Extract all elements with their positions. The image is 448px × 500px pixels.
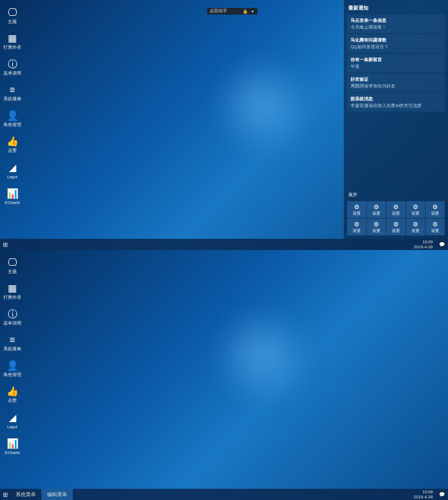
chevron-down-icon[interactable]: ▾ [250, 8, 255, 14]
sidebar-item-2[interactable]: ⓘ 基本说明 [0, 305, 25, 331]
notif-item[interactable]: 你有一条新留言 午道 [347, 54, 445, 72]
taskbar-tab[interactable]: 系统菜单 [10, 489, 41, 500]
quick-setting[interactable]: ⚙设置 [426, 201, 445, 218]
widget-title: 桌面助手 [209, 8, 227, 14]
chat-icon[interactable]: 💬 [436, 492, 448, 497]
sidebar-item-5[interactable]: 👍 点赞 [0, 382, 25, 408]
gear-icon: ⚙ [393, 203, 399, 211]
sidebar-item-4[interactable]: 👤 角色管理 [0, 107, 25, 132]
notif-item[interactable]: 马化腾有问题请教 QQ如何发送语音？ [347, 34, 445, 53]
sidebar-item-1[interactable]: ▦ 打赏作者 [0, 279, 25, 305]
gear-icon: ⚙ [374, 203, 379, 211]
sidebar-item-3[interactable]: ≡ 系统菜单 [0, 331, 25, 357]
start-button[interactable]: ⊞ [0, 489, 10, 499]
sidebar-item-4[interactable]: 👤 角色管理 [0, 357, 25, 382]
quick-setting[interactable]: ⚙设置 [347, 201, 366, 218]
taskbar: ⊞ 系统菜单 编辑菜单 10:092018-4-28 💬 [0, 489, 448, 500]
sidebar-item-0[interactable]: 🖵 主题 [0, 3, 25, 29]
quick-setting[interactable]: ⚙设置 [406, 201, 425, 218]
gear-icon: ⚙ [354, 221, 360, 228]
expand-button[interactable]: 展开 [347, 190, 445, 200]
sidebar-item-5[interactable]: 👍 点赞 [0, 132, 25, 158]
sidebar: 🖵 主题 ▦ 打赏作者 ⓘ 基本说明 ≡ 系统菜单 👤 角色管理 👍 点赞 ◢ … [0, 250, 25, 489]
clock: 10:092018-4-28 [414, 489, 436, 499]
gear-icon: ⚙ [374, 221, 379, 228]
notif-item[interactable]: 群系统消息 李彦宏邀请你加入百度AI技术交流群 [347, 93, 445, 112]
lock-icon[interactable]: 🔒 [242, 8, 248, 14]
gear-icon: ⚙ [432, 203, 438, 211]
notif-item[interactable]: 好友验证 周围国请求加你为好友 [347, 73, 445, 92]
gear-icon: ⚙ [354, 203, 360, 211]
quick-setting[interactable]: ⚙设置 [406, 219, 425, 235]
sidebar-item-3[interactable]: ≡ 系统菜单 [0, 81, 25, 107]
taskbar-tab[interactable]: 编辑菜单 [41, 489, 73, 500]
quick-setting[interactable]: ⚙设置 [367, 201, 386, 218]
clock: 10:092018-4-28 [414, 239, 436, 249]
sidebar-item-0[interactable]: 🖵 主题 [0, 253, 25, 279]
gear-icon: ⚙ [413, 221, 418, 228]
sidebar: 🖵 主题 ▦ 打赏作者 ⓘ 基本说明 ≡ 系统菜单 👤 角色管理 👍 点赞 ◢ … [0, 0, 25, 239]
quick-setting[interactable]: ⚙设置 [386, 201, 405, 218]
taskbar: ⊞ 10:092018-4-28 💬 [0, 239, 448, 250]
sidebar-item-2[interactable]: ⓘ 基本说明 [0, 55, 25, 81]
notif-item[interactable]: 马云发来一条信息 今天晚上我请客！ [347, 15, 445, 33]
sidebar-item-1[interactable]: ▦ 打赏作者 [0, 29, 25, 55]
gear-icon: ⚙ [393, 221, 399, 228]
notif-header: 最新通知 [347, 3, 445, 13]
notification-panel: 最新通知 马云发来一条信息 今天晚上我请客！ 马化腾有问题请教 QQ如何发送语音… [344, 0, 448, 239]
sidebar-item-7[interactable]: 📊 ECharts [0, 184, 25, 210]
quick-setting[interactable]: ⚙设置 [347, 219, 366, 235]
gear-icon: ⚙ [432, 221, 438, 228]
quick-setting[interactable]: ⚙设置 [426, 219, 445, 235]
sidebar-item-6[interactable]: ◢ Layui [0, 158, 25, 184]
quick-setting[interactable]: ⚙设置 [386, 219, 405, 235]
start-button[interactable]: ⊞ [0, 239, 10, 249]
chat-icon[interactable]: 💬 [436, 242, 448, 247]
quick-setting[interactable]: ⚙设置 [367, 219, 386, 235]
sidebar-item-7[interactable]: 📊 ECharts [0, 434, 25, 460]
desktop-widget[interactable]: 桌面助手 🔒 ▾ [207, 8, 258, 15]
gear-icon: ⚙ [413, 203, 418, 211]
sidebar-item-6[interactable]: ◢ Layui [0, 408, 25, 434]
